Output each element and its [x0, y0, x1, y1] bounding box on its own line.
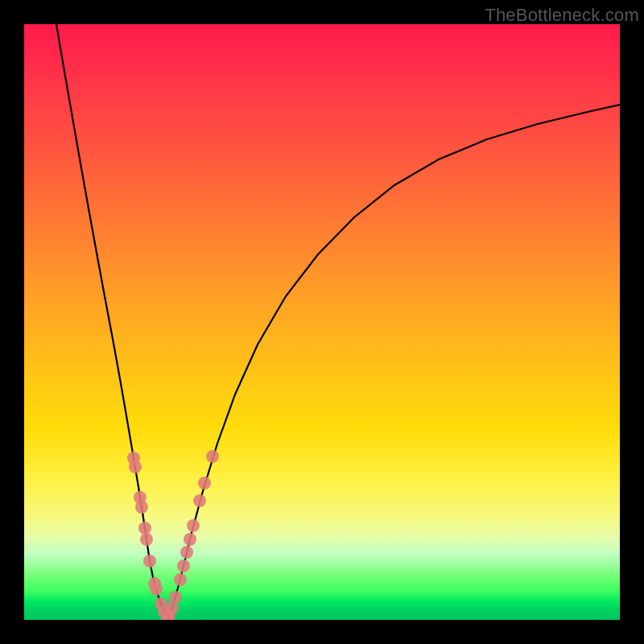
chart-frame: TheBottleneck.com	[0, 0, 644, 644]
marker-group-left	[127, 452, 174, 620]
data-marker	[143, 555, 156, 568]
data-marker	[129, 460, 142, 473]
data-marker	[138, 522, 151, 535]
data-marker	[193, 494, 206, 507]
data-marker	[180, 546, 193, 559]
data-marker	[187, 519, 200, 532]
watermark-text: TheBottleneck.com	[485, 5, 639, 26]
curve-right-branch	[167, 105, 620, 617]
data-marker	[174, 573, 187, 586]
marker-group-right	[163, 450, 219, 620]
data-marker	[198, 477, 211, 489]
data-marker	[177, 559, 190, 572]
data-marker	[184, 533, 196, 546]
data-marker	[169, 591, 182, 604]
data-marker	[150, 583, 163, 596]
curve-layer	[24, 24, 620, 620]
data-marker	[135, 501, 148, 514]
data-marker	[206, 450, 219, 463]
data-marker	[140, 533, 153, 546]
